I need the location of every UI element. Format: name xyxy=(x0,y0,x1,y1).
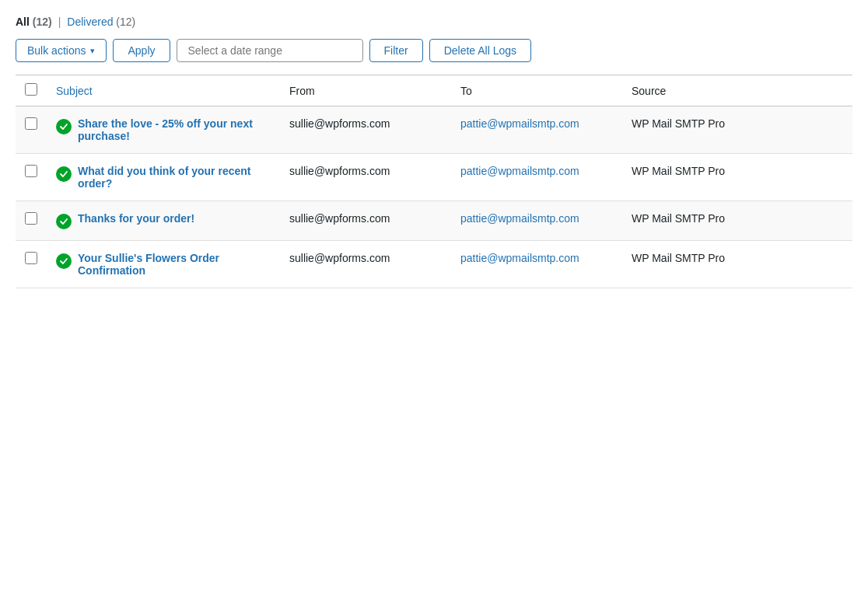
bulk-actions-button[interactable]: Bulk actions ▾ xyxy=(16,39,107,62)
header-from: From xyxy=(280,75,451,106)
row-checkbox[interactable] xyxy=(25,165,37,177)
row-to-cell: pattie@wpmailsmtp.com xyxy=(451,201,622,241)
tab-all-label: All xyxy=(16,16,30,28)
header-subject: Subject xyxy=(47,75,280,106)
subject-link[interactable]: Thanks for your order! xyxy=(78,212,194,225)
table-header-row: Subject From To Source xyxy=(16,75,852,106)
to-email-link[interactable]: pattie@wpmailsmtp.com xyxy=(460,212,579,225)
apply-button[interactable]: Apply xyxy=(113,39,170,62)
table-row: Your Sullie's Flowers Order Confirmation… xyxy=(16,241,852,288)
row-checkbox-cell xyxy=(16,106,47,154)
tab-separator: | xyxy=(58,16,61,28)
row-checkbox-cell xyxy=(16,201,47,241)
row-subject-cell: What did you think of your recent order? xyxy=(47,154,280,201)
delivered-status-icon xyxy=(56,166,72,182)
header-checkbox-cell xyxy=(16,75,47,106)
toolbar: Bulk actions ▾ Apply Filter Delete All L… xyxy=(16,39,852,62)
delivered-status-icon xyxy=(56,119,72,134)
tab-delivered-count: (12) xyxy=(116,16,135,28)
row-subject-cell: Your Sullie's Flowers Order Confirmation xyxy=(47,241,280,288)
row-checkbox-cell xyxy=(16,241,47,288)
header-to: To xyxy=(451,75,622,106)
subject-link[interactable]: What did you think of your recent order? xyxy=(78,165,271,190)
subject-link[interactable]: Your Sullie's Flowers Order Confirmation xyxy=(78,252,271,277)
bulk-actions-label: Bulk actions xyxy=(27,44,86,57)
delivered-status-icon xyxy=(56,214,72,229)
row-to-cell: pattie@wpmailsmtp.com xyxy=(451,154,622,201)
to-email-link[interactable]: pattie@wpmailsmtp.com xyxy=(460,117,579,130)
row-checkbox[interactable] xyxy=(25,212,37,225)
email-table-body: Share the love - 25% off your next purch… xyxy=(16,106,852,288)
row-source-cell: WP Mail SMTP Pro xyxy=(622,241,852,288)
header-source: Source xyxy=(622,75,852,106)
row-source-cell: WP Mail SMTP Pro xyxy=(622,106,852,154)
page-container: All (12) | Delivered (12) Bulk actions ▾… xyxy=(0,0,868,614)
to-email-link[interactable]: pattie@wpmailsmtp.com xyxy=(460,165,579,177)
subject-link[interactable]: Share the love - 25% off your next purch… xyxy=(78,117,271,142)
row-from-cell: sullie@wpforms.com xyxy=(280,241,451,288)
row-to-cell: pattie@wpmailsmtp.com xyxy=(451,106,622,154)
row-checkbox[interactable] xyxy=(25,117,37,130)
tab-delivered[interactable]: Delivered (12) xyxy=(67,16,135,28)
row-source-cell: WP Mail SMTP Pro xyxy=(622,154,852,201)
table-row: Thanks for your order! sullie@wpforms.co… xyxy=(16,201,852,241)
row-to-cell: pattie@wpmailsmtp.com xyxy=(451,241,622,288)
row-checkbox-cell xyxy=(16,154,47,201)
chevron-down-icon: ▾ xyxy=(90,46,95,56)
select-all-checkbox[interactable] xyxy=(25,83,37,96)
delete-all-logs-button[interactable]: Delete All Logs xyxy=(429,39,531,62)
tab-row: All (12) | Delivered (12) xyxy=(16,16,852,28)
delivered-status-icon xyxy=(56,253,72,269)
tab-all[interactable]: All (12) xyxy=(16,16,52,28)
row-subject-cell: Share the love - 25% off your next purch… xyxy=(47,106,280,154)
date-range-input[interactable] xyxy=(177,39,363,62)
tab-delivered-label: Delivered xyxy=(67,16,113,28)
row-source-cell: WP Mail SMTP Pro xyxy=(622,201,852,241)
row-from-cell: sullie@wpforms.com xyxy=(280,154,451,201)
row-from-cell: sullie@wpforms.com xyxy=(280,106,451,154)
table-row: What did you think of your recent order?… xyxy=(16,154,852,201)
row-from-cell: sullie@wpforms.com xyxy=(280,201,451,241)
row-checkbox[interactable] xyxy=(25,252,37,264)
to-email-link[interactable]: pattie@wpmailsmtp.com xyxy=(460,252,579,264)
tab-all-count: (12) xyxy=(33,16,52,28)
email-table: Subject From To Source Share the lo xyxy=(16,75,852,288)
filter-button[interactable]: Filter xyxy=(369,39,423,62)
row-subject-cell: Thanks for your order! xyxy=(47,201,280,241)
table-row: Share the love - 25% off your next purch… xyxy=(16,106,852,154)
